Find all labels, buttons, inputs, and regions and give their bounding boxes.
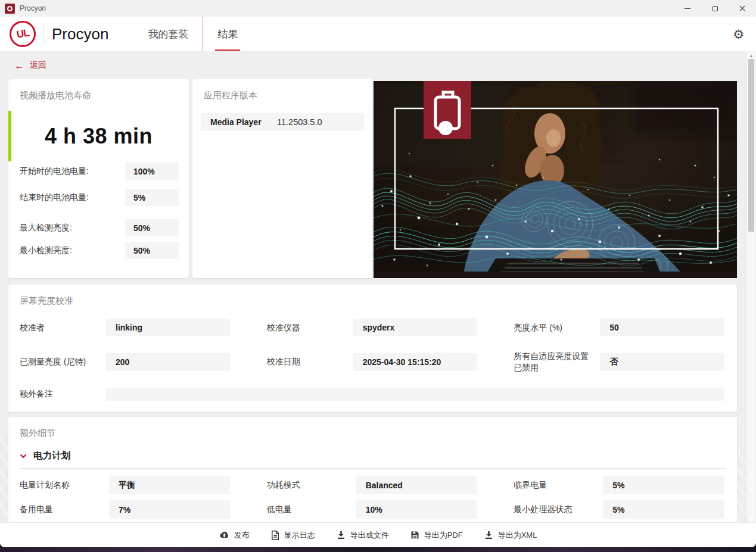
close-button[interactable] <box>729 0 756 17</box>
field-value: Balanced <box>356 476 477 494</box>
back-label: 返回 <box>30 60 46 71</box>
field-value: 10% <box>356 500 477 519</box>
field-value: 否 <box>600 353 724 371</box>
app-logo-ring <box>7 6 13 11</box>
hero-image <box>374 81 737 278</box>
details-card-title: 额外细节 <box>8 417 737 439</box>
power-plan-group-toggle[interactable]: 电力计划 <box>20 450 726 469</box>
scrollbar[interactable]: ▲ <box>747 51 755 522</box>
field-label: 最小处理器状态 <box>514 504 603 515</box>
field-value: 50 <box>600 319 724 336</box>
battery-row: 最小检测亮度: 50% <box>20 242 179 259</box>
score-accent-bar <box>8 111 11 161</box>
maximize-icon <box>713 6 718 11</box>
results-content: ← 返回 视频播放电池寿命 4 h 38 min 开始时的电池电量: 100% … <box>0 51 756 547</box>
battery-row-value: 100% <box>125 163 179 180</box>
chevron-down-icon <box>20 454 27 459</box>
notes-label: 额外备注 <box>20 388 106 400</box>
field-label: 亮度水平 (%) <box>514 322 600 333</box>
field-value: 5% <box>603 500 724 519</box>
brand-title: Procyon <box>52 25 108 43</box>
battery-life-score: 4 h 38 min <box>8 111 189 161</box>
app-icon <box>5 4 15 14</box>
field-label: 已测量亮度 (尼特) <box>20 356 106 367</box>
field-label: 电量计划名称 <box>20 479 109 491</box>
show-log-button[interactable]: 显示日志 <box>271 530 315 541</box>
export-pdf-button[interactable]: 导出为PDF <box>410 530 463 541</box>
battery-badge-icon <box>424 81 471 139</box>
field-value: linking <box>106 319 230 336</box>
battery-row-label: 结束时的电池电量: <box>20 192 125 203</box>
export-file-button[interactable]: 导出成文件 <box>337 530 389 541</box>
desktop-wallpaper: Procyon UL Procyon 我的套装 结果 ⚙ <box>0 0 756 552</box>
detail-field: 功耗模式 Balanced <box>267 476 477 494</box>
field-value: 5% <box>603 476 724 494</box>
export-pdf-label: 导出为PDF <box>424 530 463 541</box>
calibration-card: 屏幕亮度校准 校准者 linking 校准仪器 spyderx 亮度水平 (%)… <box>8 285 737 412</box>
tab-results[interactable]: 结果 <box>203 17 252 51</box>
battery-card-title: 视频播放电池寿命 <box>8 79 189 101</box>
publish-button[interactable]: 发布 <box>219 530 250 541</box>
battery-row-value: 50% <box>125 242 179 259</box>
battery-row-label: 最大检测亮度: <box>20 223 125 233</box>
footer-toolbar: 发布 显示日志 导出成文件 <box>0 522 756 547</box>
save-icon <box>410 531 419 539</box>
hero-illustration <box>374 81 737 278</box>
export-xml-button[interactable]: 导出为XML <box>484 530 537 541</box>
calibration-field: 所有自适应亮度设置已禁用 否 <box>514 351 724 373</box>
publish-label: 发布 <box>234 530 250 541</box>
minimize-button[interactable] <box>674 0 701 17</box>
scroll-up-arrow-icon[interactable]: ▲ <box>747 51 755 58</box>
window-title: Procyon <box>20 4 46 13</box>
calibration-card-title: 屏幕亮度校准 <box>8 285 737 307</box>
detail-field: 低电量 10% <box>267 500 477 519</box>
notes-value <box>106 388 724 401</box>
ul-logo: UL <box>10 21 36 47</box>
calibration-field: 校准日期 2025-04-30 15:15:20 <box>267 351 477 373</box>
download-icon <box>484 531 493 539</box>
battery-row: 开始时的电池电量: 100% <box>20 163 179 180</box>
power-plan-group-title: 电力计划 <box>33 450 70 462</box>
calibration-field: 已测量亮度 (尼特) 200 <box>20 351 230 373</box>
download-icon <box>337 531 346 539</box>
scrollbar-thumb[interactable] <box>748 59 754 232</box>
show-log-label: 显示日志 <box>284 530 315 541</box>
field-label: 低电量 <box>267 504 356 515</box>
calibration-field: 校准仪器 spyderx <box>267 319 477 336</box>
app-version: 11.2503.5.0 <box>277 117 322 127</box>
export-file-label: 导出成文件 <box>350 530 389 541</box>
gear-icon[interactable]: ⚙ <box>733 28 744 40</box>
calibration-field: 亮度水平 (%) 50 <box>514 319 724 336</box>
battery-row-label: 最小检测亮度: <box>20 245 125 256</box>
app-version-card: 应用程序版本 Media Player 11.2503.5.0 <box>192 79 372 278</box>
cloud-upload-icon <box>219 531 229 539</box>
export-xml-label: 导出为XML <box>498 530 537 541</box>
detail-field: 最小处理器状态 5% <box>514 500 724 519</box>
ul-logo-text: UL <box>15 27 30 40</box>
score-area: 4 h 38 min <box>8 111 189 161</box>
detail-field: 电量计划名称 平衡 <box>20 476 230 494</box>
window-controls <box>674 0 756 17</box>
document-icon <box>271 531 279 540</box>
detail-field: 临界电量 5% <box>514 476 724 494</box>
version-card-title: 应用程序版本 <box>192 79 372 101</box>
field-value: 200 <box>106 353 230 371</box>
back-button[interactable]: ← 返回 <box>14 60 46 71</box>
tab-my-suites[interactable]: 我的套装 <box>133 17 203 51</box>
battery-life-card: 视频播放电池寿命 4 h 38 min 开始时的电池电量: 100% 结束时的电… <box>8 79 189 278</box>
field-label: 校准仪器 <box>267 322 353 333</box>
field-label: 校准日期 <box>267 356 353 367</box>
minimize-icon <box>685 8 690 9</box>
maximize-button[interactable] <box>701 0 729 17</box>
titlebar: Procyon <box>0 0 756 17</box>
back-arrow-icon: ← <box>14 61 24 71</box>
battery-row: 结束时的电池电量: 5% <box>20 189 179 206</box>
app-header: UL Procyon 我的套装 结果 ⚙ <box>0 17 756 51</box>
tab-results-label: 结果 <box>217 27 238 41</box>
app-window: Procyon UL Procyon 我的套装 结果 ⚙ <box>0 0 756 547</box>
battery-row-value: 50% <box>125 219 179 236</box>
field-label: 备用电量 <box>20 504 109 515</box>
field-value: spyderx <box>353 319 477 336</box>
field-label: 功耗模式 <box>267 479 356 491</box>
app-name: Media Player <box>210 117 277 127</box>
